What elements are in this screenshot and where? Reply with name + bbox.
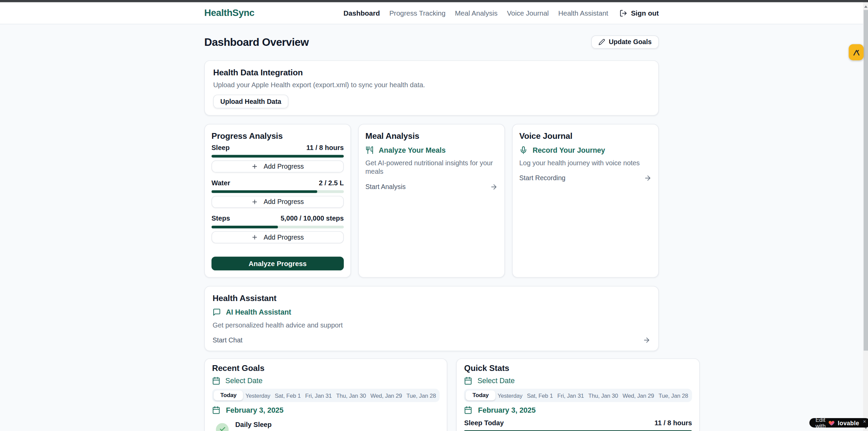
analyze-progress-button[interactable]: Analyze Progress xyxy=(212,257,344,270)
steps-value: 5,000 / 10,000 steps xyxy=(281,214,344,222)
select-date-label: Select Date xyxy=(477,377,515,385)
scrollbar-up-arrow-icon[interactable] xyxy=(864,5,867,8)
plus-icon xyxy=(251,234,258,241)
date-tab-thu-jan-30[interactable]: Thu, Jan 30 xyxy=(334,393,368,399)
date-tab-wed-jan-29[interactable]: Wed, Jan 29 xyxy=(620,393,656,399)
date-tab-wed-jan-29[interactable]: Wed, Jan 29 xyxy=(368,393,404,399)
ai-health-assistant-link[interactable]: AI Health Assistant xyxy=(213,308,651,316)
record-your-journey-link[interactable]: Record Your Journey xyxy=(519,146,652,154)
date-tab-sat-feb-1[interactable]: Sat, Feb 1 xyxy=(525,393,555,399)
recent-goals-select-date[interactable]: Select Date xyxy=(212,377,440,385)
steps-metric: Steps 5,000 / 10,000 steps Add Progress xyxy=(212,214,344,243)
water-metric: Water 2 / 2.5 L Add Progress xyxy=(212,179,344,208)
analyze-your-meals-link[interactable]: Analyze Your Meals xyxy=(366,146,498,154)
start-analysis-label: Start Analysis xyxy=(366,183,406,191)
calendar-icon xyxy=(212,377,220,385)
add-progress-label: Add Progress xyxy=(264,198,304,206)
water-progress-fill xyxy=(212,190,318,193)
window-top-bar xyxy=(0,0,868,2)
sleep-progress-bar xyxy=(212,155,344,157)
sleep-progress-fill xyxy=(212,155,344,157)
utensils-icon xyxy=(366,146,374,154)
add-sleep-progress-button[interactable]: Add Progress xyxy=(212,161,344,173)
add-progress-label: Add Progress xyxy=(264,233,304,241)
scrollbar[interactable] xyxy=(863,2,868,431)
steps-progress-fill xyxy=(212,226,278,228)
plus-icon xyxy=(251,163,258,170)
water-label: Water xyxy=(212,179,230,187)
date-tab-yesterday[interactable]: Yesterday xyxy=(243,393,272,399)
health-data-integration-card: Health Data Integration Upload your Appl… xyxy=(204,60,659,116)
main-nav: Dashboard Progress Tracking Meal Analysi… xyxy=(343,9,659,17)
nav-meal-analysis[interactable]: Meal Analysis xyxy=(455,9,497,17)
date-tab-today[interactable]: Today xyxy=(214,391,243,400)
nav-health-assistant[interactable]: Health Assistant xyxy=(558,9,608,17)
arrow-right-icon xyxy=(644,174,652,182)
sleep-label: Sleep xyxy=(212,144,230,152)
select-date-label: Select Date xyxy=(225,377,263,385)
nav-progress-tracking[interactable]: Progress Tracking xyxy=(389,9,445,17)
microphone-icon xyxy=(519,146,528,154)
meal-analysis-description: Get AI-powered nutritional insights for … xyxy=(366,159,498,176)
date-tab-thu-jan-30[interactable]: Thu, Jan 30 xyxy=(586,393,620,399)
sign-out-button[interactable]: Sign out xyxy=(619,9,659,17)
upload-health-data-button[interactable]: Upload Health Data xyxy=(213,95,288,109)
start-recording-label: Start Recording xyxy=(519,174,566,182)
nav-voice-journal[interactable]: Voice Journal xyxy=(507,9,549,17)
sleep-value: 11 / 8 hours xyxy=(306,144,344,152)
page-title: Dashboard Overview xyxy=(204,36,308,48)
voice-journal-title: Voice Journal xyxy=(519,131,652,140)
current-date-label: February 3, 2025 xyxy=(478,406,536,414)
recent-goals-current-date[interactable]: February 3, 2025 xyxy=(212,406,440,414)
recent-goals-card: Recent Goals Select Date Today Yesterday… xyxy=(204,358,447,431)
health-assistant-card: Health Assistant AI Health Assistant Get… xyxy=(204,286,659,352)
calendar-icon xyxy=(464,406,472,414)
sleep-today-label: Sleep Today xyxy=(464,419,504,427)
progress-analysis-card: Progress Analysis Sleep 11 / 8 hours Add… xyxy=(204,124,351,278)
recent-goals-date-tabs: Today Yesterday Sat, Feb 1 Fri, Jan 31 T… xyxy=(212,389,440,402)
calendar-icon xyxy=(212,406,220,414)
scrollbar-thumb[interactable] xyxy=(863,10,868,351)
date-tab-fri-jan-31[interactable]: Fri, Jan 31 xyxy=(303,393,334,399)
health-assistant-description: Get personalized health advice and suppo… xyxy=(213,321,651,330)
date-tab-sat-feb-1[interactable]: Sat, Feb 1 xyxy=(272,393,303,399)
dashboard-main: Dashboard Overview Update Goals Health D… xyxy=(204,24,659,431)
start-analysis-action[interactable]: Start Analysis xyxy=(366,183,498,191)
quick-stats-date-tabs: Today Yesterday Sat, Feb 1 Fri, Jan 31 T… xyxy=(464,389,692,402)
add-steps-progress-button[interactable]: Add Progress xyxy=(212,231,344,243)
sleep-today-value: 11 / 8 hours xyxy=(655,419,692,427)
date-tab-tue-jan-28[interactable]: Tue, Jan 28 xyxy=(656,393,690,399)
voice-journal-card: Voice Journal Record Your Journey Log yo… xyxy=(512,124,659,278)
nav-dashboard[interactable]: Dashboard xyxy=(343,9,380,17)
upload-health-data-label: Upload Health Data xyxy=(220,98,281,106)
extension-badge[interactable] xyxy=(849,44,864,60)
current-date-label: February 3, 2025 xyxy=(226,406,284,414)
steps-label: Steps xyxy=(212,214,230,222)
app-logo[interactable]: HealthSync xyxy=(204,7,254,19)
quick-stats-current-date[interactable]: February 3, 2025 xyxy=(464,406,692,414)
health-assistant-title: Health Assistant xyxy=(213,293,651,303)
lovable-badge[interactable]: Edit with lovable × xyxy=(809,418,868,428)
update-goals-button[interactable]: Update Goals xyxy=(591,35,659,49)
calendar-icon xyxy=(464,377,472,385)
water-value: 2 / 2.5 L xyxy=(319,179,344,187)
quick-stats-card: Quick Stats Select Date Today Yesterday … xyxy=(457,358,700,431)
arrow-right-icon xyxy=(643,336,651,344)
date-tab-fri-jan-31[interactable]: Fri, Jan 31 xyxy=(555,393,586,399)
start-chat-label: Start Chat xyxy=(213,336,243,344)
add-water-progress-button[interactable]: Add Progress xyxy=(212,196,344,208)
meal-analysis-card: Meal Analysis Analyze Your Meals Get AI-… xyxy=(358,124,505,278)
lovable-badge-close-icon[interactable]: × xyxy=(863,419,866,424)
date-tab-yesterday[interactable]: Yesterday xyxy=(495,393,525,399)
date-tab-tue-jan-28[interactable]: Tue, Jan 28 xyxy=(404,393,438,399)
update-goals-label: Update Goals xyxy=(609,38,652,46)
steps-progress-bar xyxy=(212,226,344,228)
goal-complete-check-icon xyxy=(216,423,229,431)
goal-name: Daily Sleep xyxy=(235,421,272,429)
date-tab-today[interactable]: Today xyxy=(466,391,495,400)
lovable-badge-brand: lovable xyxy=(838,419,859,426)
quick-stats-select-date[interactable]: Select Date xyxy=(464,377,692,385)
goal-value: 11 / 8 hours xyxy=(235,430,272,431)
start-chat-action[interactable]: Start Chat xyxy=(213,336,651,344)
start-recording-action[interactable]: Start Recording xyxy=(519,174,652,182)
